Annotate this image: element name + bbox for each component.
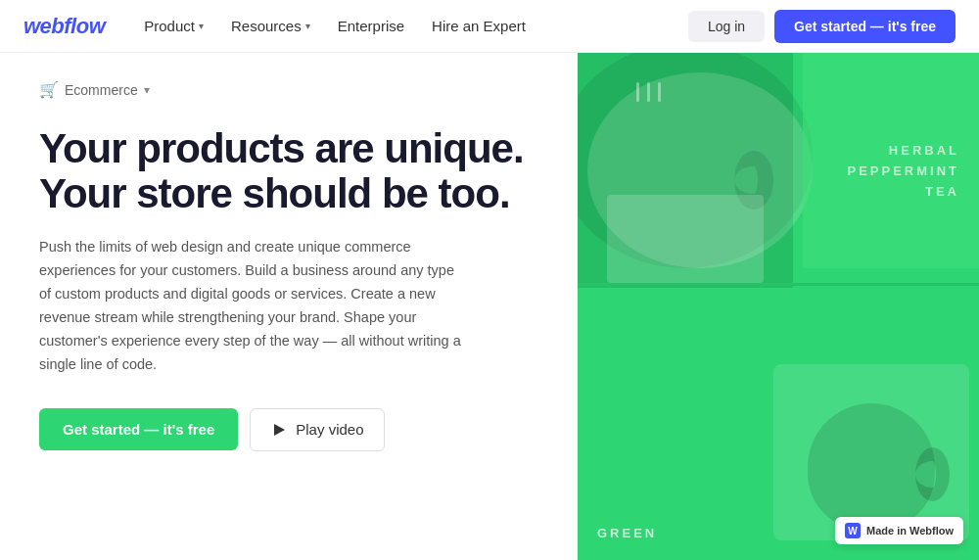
steam-line bbox=[636, 82, 639, 102]
nav-product[interactable]: Product ▾ bbox=[132, 12, 215, 40]
breadcrumb-label: Ecommerce bbox=[65, 82, 138, 98]
nav-hire-expert[interactable]: Hire an Expert bbox=[420, 12, 537, 40]
hero-headline: Your products are unique. Your store sho… bbox=[39, 126, 538, 216]
steam-line bbox=[647, 82, 650, 102]
webflow-w-icon: W bbox=[845, 523, 861, 538]
bottom-tea-label: GREEN bbox=[597, 526, 657, 540]
nav-links: Product ▾ Resources ▾ Enterprise Hire an… bbox=[132, 12, 688, 40]
nav-actions: Log in Get started — it's free bbox=[688, 10, 956, 43]
cta-row: Get started — it's free Play video bbox=[39, 408, 538, 451]
light-box bbox=[607, 195, 764, 283]
play-icon bbox=[270, 421, 288, 439]
hero-body: Push the limits of web design and create… bbox=[39, 236, 470, 377]
navbar: webflow Product ▾ Resources ▾ Enterprise… bbox=[0, 0, 979, 53]
breadcrumb[interactable]: 🛒 Ecommerce ▾ bbox=[39, 80, 538, 99]
breadcrumb-arrow-icon: ▾ bbox=[144, 83, 150, 97]
nav-enterprise[interactable]: Enterprise bbox=[326, 12, 416, 40]
get-started-nav-button[interactable]: Get started — it's free bbox=[774, 10, 956, 43]
divider bbox=[578, 283, 979, 286]
play-video-button[interactable]: Play video bbox=[250, 408, 384, 451]
steam bbox=[636, 82, 661, 102]
nav-resources[interactable]: Resources ▾ bbox=[219, 12, 322, 40]
tea-label-text: HERBAL PEPPERMINT TEA bbox=[847, 141, 959, 202]
right-panel: HERBAL PEPPERMINT TEA GREEN W Made in We… bbox=[578, 53, 979, 560]
made-in-webflow-badge[interactable]: W Made in Webflow bbox=[835, 517, 963, 544]
content-wrapper: 🛒 Ecommerce ▾ Your products are unique. … bbox=[0, 53, 979, 560]
mug-handle-bottom bbox=[915, 447, 950, 501]
mug-bottom bbox=[773, 364, 969, 540]
svg-marker-0 bbox=[274, 424, 285, 436]
steam-line bbox=[658, 82, 661, 102]
logo[interactable]: webflow bbox=[23, 14, 105, 39]
get-started-button[interactable]: Get started — it's free bbox=[39, 408, 238, 450]
tea-visual: HERBAL PEPPERMINT TEA GREEN W Made in We… bbox=[578, 53, 979, 560]
left-panel: 🛒 Ecommerce ▾ Your products are unique. … bbox=[0, 53, 578, 560]
badge-text: Made in Webflow bbox=[866, 525, 954, 537]
chevron-down-icon: ▾ bbox=[305, 21, 310, 31]
login-button[interactable]: Log in bbox=[688, 11, 765, 42]
cart-icon: 🛒 bbox=[39, 80, 59, 99]
chevron-down-icon: ▾ bbox=[199, 21, 204, 31]
